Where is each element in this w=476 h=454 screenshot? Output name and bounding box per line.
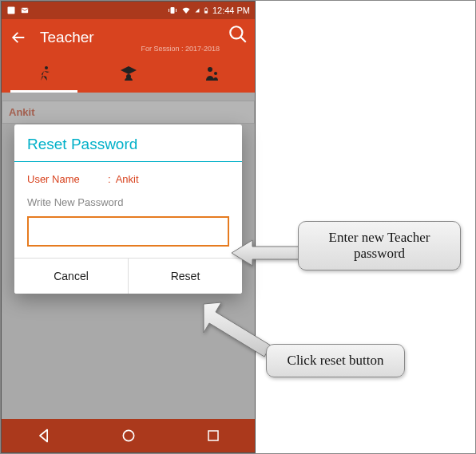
phone-frame: 12:44 PM Teacher For Session : 2017-2018…: [1, 1, 256, 453]
dialog-actions: Cancel Reset: [14, 258, 242, 294]
svg-line-9: [240, 37, 246, 42]
svg-rect-2: [170, 7, 174, 14]
callout-click-reset: Click reset button: [266, 344, 405, 377]
new-password-input[interactable]: [27, 216, 229, 247]
arrow-to-reset: [197, 298, 277, 361]
svg-point-12: [208, 67, 212, 72]
svg-rect-0: [8, 7, 15, 14]
username-row: User Name : Ankit: [27, 173, 229, 185]
username-value: Ankit: [116, 173, 139, 185]
svg-rect-6: [204, 11, 207, 14]
svg-point-8: [230, 26, 242, 38]
status-bar: 12:44 PM: [2, 2, 255, 19]
reset-password-dialog: Reset Password User Name : Ankit Write N…: [14, 124, 242, 294]
nav-home-icon[interactable]: [121, 428, 137, 444]
running-icon: [34, 65, 54, 84]
cancel-button[interactable]: Cancel: [14, 259, 129, 294]
back-icon[interactable]: [10, 29, 27, 46]
app-bar: Teacher For Session : 2017-2018: [2, 19, 255, 56]
nav-recent-icon[interactable]: [206, 428, 220, 443]
tab-bar: [2, 56, 255, 93]
nav-back-icon[interactable]: [36, 428, 52, 444]
content-area: Ankit Reset Password User Name : Ankit W…: [2, 93, 255, 419]
dialog-divider: [14, 161, 242, 162]
signal-icon: [195, 6, 200, 15]
android-nav-bar: [2, 419, 255, 452]
search-icon: [228, 24, 248, 45]
password-hint: Write New Password: [27, 196, 229, 208]
tab-family[interactable]: [170, 56, 255, 93]
dialog-title: Reset Password: [14, 124, 242, 161]
username-label: User Name: [27, 173, 103, 185]
callout-enter-password: Enter new Teacher password: [298, 221, 461, 270]
battery-icon: [203, 6, 209, 15]
svg-point-10: [45, 66, 48, 69]
username-colon: :: [108, 173, 111, 185]
family-icon: [203, 65, 222, 84]
tab-student[interactable]: [86, 56, 171, 93]
svg-rect-15: [208, 431, 218, 440]
page-title: Teacher: [40, 29, 94, 46]
wifi-icon: [180, 6, 192, 15]
status-time: 12:44 PM: [212, 6, 250, 15]
vibrate-icon: [168, 6, 177, 15]
session-label: For Session : 2017-2018: [141, 45, 220, 53]
reset-button[interactable]: Reset: [129, 259, 242, 294]
svg-point-13: [214, 72, 217, 75]
graduate-icon: [119, 65, 138, 84]
svg-point-14: [124, 430, 134, 440]
arrow-to-input: [230, 237, 302, 269]
tab-running[interactable]: [2, 56, 86, 93]
search-button[interactable]: [228, 24, 248, 48]
svg-rect-7: [205, 7, 206, 8]
image-icon: [6, 6, 16, 15]
mail-icon: [19, 6, 30, 14]
